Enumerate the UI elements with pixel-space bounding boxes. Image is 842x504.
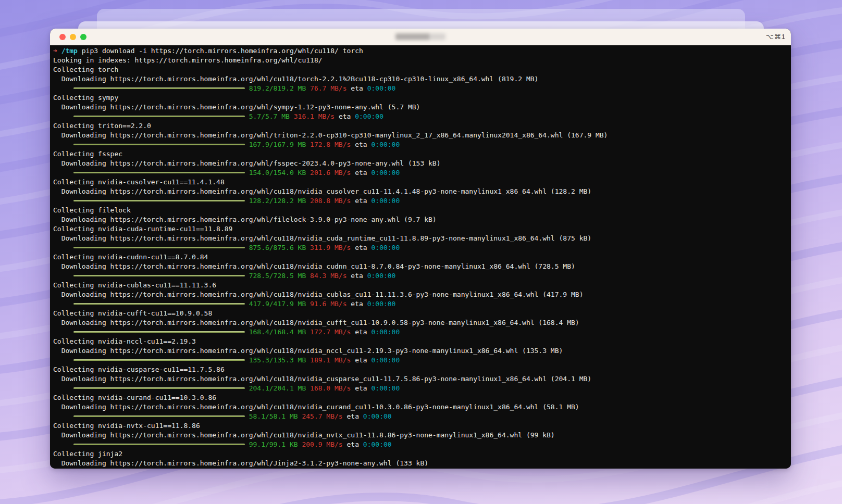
progress-bar bbox=[73, 303, 245, 305]
progress-size: 135.3/135.3 MB bbox=[249, 356, 306, 364]
progress-bar bbox=[73, 359, 245, 361]
downloading-line: Downloading https://torch.mirrors.homein… bbox=[53, 374, 791, 384]
downloading-line: Downloading https://torch.mirrors.homein… bbox=[53, 159, 791, 168]
progress-line: 167.9/167.9 MB 172.8 MB/s eta 0:00:00 bbox=[53, 140, 791, 149]
downloading-line: Downloading https://torch.mirrors.homein… bbox=[53, 290, 791, 299]
progress-line: 99.1/99.1 KB 200.9 MB/s eta 0:00:00 bbox=[53, 440, 791, 449]
progress-speed: 311.9 MB/s bbox=[310, 244, 351, 251]
downloading-line: Downloading https://torch.mirrors.homein… bbox=[53, 187, 791, 196]
collecting-line: Collecting torch bbox=[53, 65, 791, 74]
collecting-line: Collecting nvidia-curand-cu11==10.3.0.86 bbox=[53, 393, 791, 402]
eta-label: eta bbox=[347, 440, 359, 448]
eta-label: eta bbox=[351, 272, 363, 280]
progress-size: 168.4/168.4 MB bbox=[249, 328, 306, 336]
eta-label: eta bbox=[355, 384, 367, 392]
collecting-line: Collecting nvidia-nvtx-cu11==11.8.86 bbox=[53, 421, 791, 431]
prompt-cwd: /tmp bbox=[61, 47, 78, 55]
eta-label: eta bbox=[355, 356, 367, 364]
progress-speed: 208.8 MB/s bbox=[310, 197, 351, 205]
downloading-line: Downloading https://torch.mirrors.homein… bbox=[53, 431, 791, 440]
progress-bar bbox=[73, 387, 245, 389]
eta-value: 0:00:00 bbox=[367, 272, 396, 280]
collecting-line: Collecting nvidia-cufft-cu11==10.9.0.58 bbox=[53, 309, 791, 318]
eta-label: eta bbox=[351, 300, 363, 308]
progress-bar bbox=[73, 331, 245, 333]
downloading-line: Downloading https://torch.mirrors.homein… bbox=[53, 103, 791, 112]
eta-value: 0:00:00 bbox=[371, 169, 400, 177]
collecting-line: Collecting nvidia-cusolver-cu11==11.4.1.… bbox=[53, 178, 791, 187]
progress-size: 99.1/99.1 KB bbox=[249, 440, 298, 448]
progress-size: 875.6/875.6 KB bbox=[249, 244, 306, 251]
downloading-line: Downloading https://torch.mirrors.homein… bbox=[53, 234, 791, 243]
progress-line: 5.7/5.7 MB 316.1 MB/s eta 0:00:00 bbox=[53, 112, 791, 121]
progress-speed: 189.1 MB/s bbox=[310, 356, 351, 364]
progress-speed: 245.7 MB/s bbox=[302, 412, 342, 420]
eta-value: 0:00:00 bbox=[371, 384, 400, 392]
progress-speed: 172.7 MB/s bbox=[310, 328, 351, 336]
progress-bar bbox=[73, 275, 245, 276]
eta-value: 0:00:00 bbox=[363, 412, 392, 420]
progress-size: 58.1/58.1 MB bbox=[249, 412, 298, 420]
prompt-arrow-icon: ➜ bbox=[53, 47, 57, 55]
eta-value: 0:00:00 bbox=[371, 197, 400, 205]
progress-line: 135.3/135.3 MB 189.1 MB/s eta 0:00:00 bbox=[53, 356, 791, 365]
window-titlebar[interactable]: ⌥⌘1 bbox=[50, 29, 791, 45]
progress-size: 204.1/204.1 MB bbox=[249, 384, 306, 392]
progress-line: 204.1/204.1 MB 168.0 MB/s eta 0:00:00 bbox=[53, 384, 791, 393]
prompt-line: ➜/tmppip3 download -i https://torch.mirr… bbox=[53, 46, 791, 56]
progress-size: 167.9/167.9 MB bbox=[249, 141, 306, 148]
collecting-line: Collecting triton==2.2.0 bbox=[53, 121, 791, 131]
collecting-line: Collecting jinja2 bbox=[53, 449, 791, 459]
progress-size: 5.7/5.7 MB bbox=[249, 112, 290, 120]
progress-bar bbox=[73, 247, 245, 248]
progress-bar bbox=[73, 144, 245, 145]
downloading-line: Downloading https://torch.mirrors.homein… bbox=[53, 262, 791, 271]
package-list: Collecting torchDownloading https://torc… bbox=[53, 65, 791, 468]
eta-label: eta bbox=[355, 244, 367, 251]
progress-line: 819.2/819.2 MB 76.7 MB/s eta 0:00:00 bbox=[53, 84, 791, 93]
progress-speed: 84.3 MB/s bbox=[310, 272, 346, 280]
progress-speed: 172.8 MB/s bbox=[310, 141, 351, 148]
zoom-button[interactable] bbox=[80, 34, 86, 40]
progress-speed: 316.1 MB/s bbox=[294, 112, 335, 120]
eta-label: eta bbox=[351, 84, 363, 92]
progress-size: 154.0/154.0 KB bbox=[249, 169, 306, 177]
eta-value: 0:00:00 bbox=[367, 300, 396, 308]
terminal-output[interactable]: ➜/tmppip3 download -i https://torch.mirr… bbox=[50, 45, 791, 469]
eta-label: eta bbox=[355, 197, 367, 205]
progress-size: 819.2/819.2 MB bbox=[249, 84, 306, 92]
minimize-button[interactable] bbox=[70, 34, 76, 40]
traffic-lights bbox=[59, 29, 86, 45]
eta-value: 0:00:00 bbox=[367, 84, 396, 92]
progress-bar bbox=[73, 116, 245, 117]
progress-speed: 200.9 MB/s bbox=[302, 440, 342, 448]
eta-label: eta bbox=[355, 169, 367, 177]
progress-speed: 168.0 MB/s bbox=[310, 384, 351, 392]
eta-value: 0:00:00 bbox=[371, 141, 400, 148]
downloading-line: Downloading https://torch.mirrors.homein… bbox=[53, 459, 791, 468]
downloading-line: Downloading https://torch.mirrors.homein… bbox=[53, 402, 791, 412]
progress-speed: 201.6 MB/s bbox=[310, 169, 351, 177]
terminal-window: ⌥⌘1 ➜/tmppip3 download -i https://torch.… bbox=[50, 29, 791, 469]
eta-label: eta bbox=[355, 328, 367, 336]
window-title-redacted bbox=[395, 33, 445, 40]
eta-label: eta bbox=[339, 112, 351, 120]
downloading-line: Downloading https://torch.mirrors.homein… bbox=[53, 131, 791, 140]
progress-line: 728.5/728.5 MB 84.3 MB/s eta 0:00:00 bbox=[53, 271, 791, 281]
progress-line: 128.2/128.2 MB 208.8 MB/s eta 0:00:00 bbox=[53, 196, 791, 206]
progress-size: 728.5/728.5 MB bbox=[249, 272, 306, 280]
progress-line: 417.9/417.9 MB 91.6 MB/s eta 0:00:00 bbox=[53, 299, 791, 309]
progress-size: 417.9/417.9 MB bbox=[249, 300, 306, 308]
downloading-line: Downloading https://torch.mirrors.homein… bbox=[53, 215, 791, 224]
progress-bar bbox=[73, 444, 245, 445]
progress-line: 168.4/168.4 MB 172.7 MB/s eta 0:00:00 bbox=[53, 327, 791, 337]
progress-speed: 91.6 MB/s bbox=[310, 300, 346, 308]
downloading-line: Downloading https://torch.mirrors.homein… bbox=[53, 346, 791, 356]
progress-bar bbox=[73, 200, 245, 201]
collecting-line: Collecting nvidia-nccl-cu11==2.19.3 bbox=[53, 337, 791, 346]
prompt-command: pip3 download -i https://torch.mirrors.h… bbox=[82, 47, 363, 55]
close-button[interactable] bbox=[59, 34, 66, 40]
downloading-line: Downloading https://torch.mirrors.homein… bbox=[53, 74, 791, 84]
eta-value: 0:00:00 bbox=[363, 440, 392, 448]
collecting-line: Collecting nvidia-cusparse-cu11==11.7.5.… bbox=[53, 365, 791, 374]
